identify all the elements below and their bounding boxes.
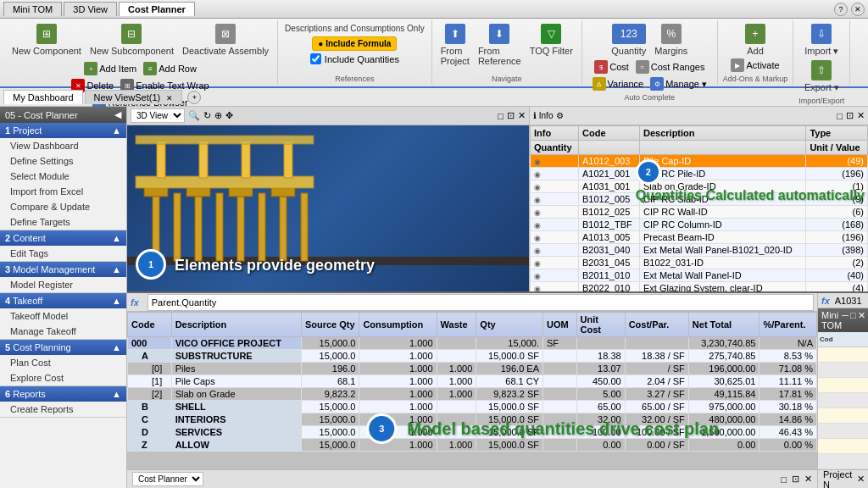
sidebar-section-cost-header[interactable]: 5 Cost Planning ▲ — [0, 340, 126, 355]
tab-3d-view[interactable]: 3D View — [64, 2, 117, 16]
status-minimize-icon[interactable]: □ — [781, 474, 787, 485]
new-subcomponent-button[interactable]: ⊟ New Subcomponent — [86, 22, 177, 58]
cost-table-row[interactable]: 000 VICO OFFICE PROJECT 15,000.0 1.000 1… — [128, 337, 817, 350]
sidebar-section-model-header[interactable]: 3 Model Management ▲ — [0, 262, 126, 277]
tab-mini-tom[interactable]: Mini TOM — [3, 2, 62, 16]
cost-button[interactable]: $ Cost — [592, 59, 632, 75]
cost-table-row[interactable]: [2] Slab on Grade 9,823.2 1.000 1.000 9,… — [128, 388, 817, 401]
sidebar-item-define-targets[interactable]: Define Targets — [0, 214, 126, 230]
formula-bar[interactable]: Parent.Quantity — [147, 294, 814, 311]
status-close-icon[interactable]: ✕ — [804, 474, 812, 485]
view-close-icon[interactable]: ✕ — [518, 110, 526, 121]
toq-filter-button[interactable]: ▽ TOQ Filter — [526, 22, 576, 68]
sidebar-item-takeoff-model[interactable]: Takeoff Model — [0, 308, 126, 324]
sidebar-item-explore-cost[interactable]: Explore Cost — [0, 370, 126, 385]
include-quantities-checkbox[interactable] — [310, 53, 321, 64]
new-component-button[interactable]: ⊞ New Component — [8, 22, 85, 58]
cost-table-row[interactable]: B SHELL 15,000.0 1.000 15,000.0 SF 65.00… — [128, 401, 817, 413]
cost-table-row[interactable]: [0] Piles 196.0 1.000 1.000 196.0 EA 13.… — [128, 363, 817, 375]
margins-button[interactable]: % Margins — [651, 22, 691, 58]
right-table-row[interactable]: ◉ B2011_010 Ext Metal Wall Panel-ID (40) — [531, 269, 868, 282]
tab-new-viewset[interactable]: New ViewSet(1) ✕ — [85, 90, 183, 104]
sidebar-item-compare-update[interactable]: Compare & Update — [0, 199, 126, 214]
help-button[interactable]: ? — [834, 3, 848, 16]
sidebar-item-model-register[interactable]: Model Register — [0, 277, 126, 292]
right-table-row[interactable]: ◉ A1031_001 Slab on Grade-ID (1) — [531, 180, 868, 193]
sidebar-section-content-header[interactable]: 2 Content ▲ — [0, 230, 126, 246]
tab-cost-planner[interactable]: Cost Planner — [119, 2, 195, 16]
close-button[interactable]: ✕ — [851, 3, 865, 16]
sidebar-item-select-module[interactable]: Select Module — [0, 169, 126, 184]
right-table-row[interactable]: ◉ B2022_010 Ext Glazing System, clear-ID… — [531, 282, 868, 292]
add-row-button[interactable]: ≡ Add Row — [141, 61, 199, 76]
tab-my-dashboard[interactable]: My Dashboard — [3, 90, 83, 104]
sidebar-section-project-header[interactable]: 1 Project ▲ — [0, 123, 126, 138]
sidebar-item-create-reports[interactable]: Create Reports — [0, 402, 126, 417]
right-table-row[interactable]: ◉ B2031_045 B1022_031-ID (2) — [531, 257, 868, 269]
cost-ranges-button[interactable]: ≈ Cost Ranges — [633, 59, 708, 75]
from-project-button[interactable]: ⬆ FromProject — [437, 22, 473, 68]
cost-row-waste — [437, 337, 476, 350]
right-table-row[interactable]: ◉ A1012_003 Pile Cap-ID (49) — [531, 155, 868, 168]
manage-button[interactable]: ⚙ Manage ▾ — [648, 76, 709, 92]
right-table-row[interactable]: ◉ B1012_005 CIP RC Slab-ID (9) — [531, 193, 868, 206]
add-addon-button[interactable]: + Add — [742, 22, 769, 58]
mini-tom-minimize-icon[interactable]: ─ — [842, 310, 849, 330]
sidebar-section-reports-header[interactable]: 6 Reports ▲ — [0, 386, 126, 402]
view-tool-1[interactable]: 🔍 — [188, 110, 200, 121]
mini-tom-close-icon[interactable]: ✕ — [858, 310, 865, 330]
info-tab[interactable]: ℹ Info — [533, 111, 553, 120]
view-tool-3[interactable]: ⊕ — [214, 110, 222, 121]
from-reference-button[interactable]: ⬇ FromReference — [475, 22, 525, 68]
cost-table-row[interactable]: C INTERIORS 15,000.0 1.000 15,000.0 SF 3… — [128, 413, 817, 426]
export-icon: ⇧ — [811, 60, 832, 80]
right-table-row[interactable]: ◉ A1021_001 CIP RC Pile-ID (196) — [531, 168, 868, 180]
add-item-button[interactable]: + Add Item — [81, 61, 139, 76]
tab-close-icon[interactable]: ✕ — [166, 94, 173, 103]
panel-close-icon[interactable]: ✕ — [857, 110, 865, 121]
view-type-select[interactable]: 3D View — [131, 108, 185, 123]
deactivate-assembly-button[interactable]: ⊠ Deactivate Assembly — [179, 22, 272, 58]
panel-maximize-icon[interactable]: ⊡ — [846, 110, 854, 121]
cost-planner-select[interactable]: Cost Planner — [132, 472, 203, 486]
view-minimize-icon[interactable]: □ — [498, 111, 504, 121]
cost-table-row[interactable]: A SUBSTRUCTURE 15,000.0 1.000 15,000.0 S… — [128, 350, 817, 363]
status-maximize-icon[interactable]: ⊡ — [792, 474, 799, 485]
panel-minimize-icon[interactable]: □ — [837, 111, 843, 121]
main-layout: 05 - Cost Planner ◀ 1 Project ▲ View Das… — [0, 107, 868, 488]
cost-table-row[interactable]: D SERVICES 15,000.0 1.000 15,000.0 SF 10… — [128, 426, 817, 439]
sidebar-item-edit-tags[interactable]: Edit Tags — [0, 246, 126, 261]
callout-1-circle: 1 — [136, 249, 166, 280]
mini-tom-maximize-icon[interactable]: □ — [850, 310, 856, 330]
add-tab-button[interactable]: + — [187, 91, 201, 104]
include-quantities-button[interactable]: Include Quantities — [308, 53, 402, 65]
cost-table-row[interactable]: [1] Pile Caps 68.1 1.000 1.000 68.1 CY 4… — [128, 375, 817, 388]
mini-tom-bottom-close-icon[interactable]: ✕ — [857, 474, 865, 485]
svg-rect-15 — [199, 142, 208, 178]
import-button[interactable]: ⇩ Import ▾ — [801, 22, 842, 58]
include-formula-button[interactable]: ● Include Formula — [312, 36, 397, 51]
right-table-row[interactable]: ◉ B1012_TBF CIP RC Column-ID (168) — [531, 219, 868, 231]
sidebar-collapse-icon[interactable]: ◀ — [114, 109, 121, 120]
sidebar-item-manage-takeoff[interactable]: Manage Takeoff — [0, 324, 126, 339]
sidebar-item-view-dashboard[interactable]: View Dashboard — [0, 138, 126, 153]
view-tool-2[interactable]: ↻ — [203, 110, 211, 121]
properties-tab[interactable]: ⚙ — [556, 111, 564, 120]
export-button[interactable]: ⇧ Export ▾ — [801, 58, 843, 95]
right-table-row[interactable]: ◉ B1012_025 CIP RC Wall-ID (6) — [531, 206, 868, 219]
activate-button[interactable]: ▶ Activate — [728, 58, 782, 73]
autocomplete-row2: $ Cost ≈ Cost Ranges — [592, 59, 707, 75]
right-table-row[interactable]: ◉ B2031_040 Ext Metal Wall Panel-B1021_0… — [531, 244, 868, 257]
view-tool-4[interactable]: ✥ — [225, 110, 233, 121]
sidebar-item-plan-cost[interactable]: Plan Cost — [0, 355, 126, 370]
right-table-row[interactable]: ◉ A1013_005 Precast Beam-ID (196) — [531, 231, 868, 244]
sidebar-section-takeoff-header[interactable]: 4 Takeoff ▲ — [0, 293, 126, 308]
sidebar-item-define-settings[interactable]: Define Settings — [0, 153, 126, 169]
cost-table-row[interactable]: Z ALLOW 15,000.0 1.000 1.000 15,000.0 SF… — [128, 439, 817, 452]
quantity-button[interactable]: 123 Quantity — [608, 22, 649, 58]
sidebar-item-import-excel[interactable]: Import from Excel — [0, 184, 126, 199]
variance-button[interactable]: Δ Variance — [590, 76, 647, 92]
right-row-code: B2031_045 — [579, 257, 640, 269]
right-row-desc: CIP RC Wall-ID — [640, 206, 806, 219]
view-maximize-icon[interactable]: ⊡ — [507, 110, 515, 121]
